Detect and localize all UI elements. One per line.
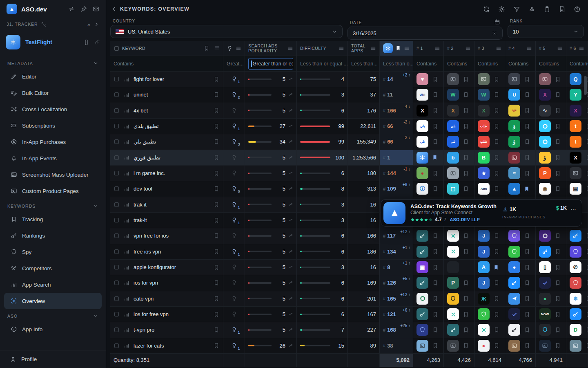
bookmark-icon[interactable] <box>555 280 561 286</box>
bookmark-icon[interactable] <box>585 139 588 145</box>
app-icon[interactable] <box>447 167 459 179</box>
col-rank-6[interactable]: # 6 <box>566 41 588 56</box>
app-rank-cell[interactable]: X <box>566 103 588 119</box>
bookmark-icon[interactable] <box>555 327 561 333</box>
row-checkbox[interactable] <box>114 92 120 98</box>
col-sap[interactable]: SEARCH ADS POPULARITY <box>245 41 297 56</box>
app-icon[interactable]: D <box>570 324 581 336</box>
app-icon[interactable] <box>508 324 520 336</box>
app-icon[interactable] <box>508 308 520 320</box>
bookmark-icon[interactable] <box>213 342 220 349</box>
bookmark-filled-icon[interactable] <box>395 45 401 52</box>
bookmark-icon[interactable] <box>555 233 561 239</box>
keyword-cell[interactable]: t-vpn pro <box>110 322 223 338</box>
filter-rank-4[interactable]: Contains <box>505 56 536 72</box>
app-rank-cell[interactable] <box>505 228 536 244</box>
app-rank-cell[interactable]: ● <box>505 260 536 275</box>
app-rank-cell[interactable]: VP <box>505 103 536 119</box>
app-icon[interactable] <box>416 340 428 352</box>
settings-icon[interactable] <box>498 6 505 13</box>
bookmark-icon[interactable] <box>463 342 469 349</box>
app-rank-cell[interactable] <box>413 150 444 166</box>
column-menu-icon[interactable] <box>557 45 563 51</box>
app-rank-cell[interactable]: J <box>474 228 505 244</box>
bookmark-icon[interactable] <box>524 327 530 333</box>
table-row[interactable]: تطبيق فوري51001,253,566#1bBؤX <box>110 150 588 166</box>
app-rank-cell[interactable]: B <box>474 150 505 166</box>
app-icon[interactable] <box>539 277 551 289</box>
app-icon[interactable]: ؤ <box>539 152 551 164</box>
bookmark-icon[interactable] <box>585 107 588 114</box>
bookmark-icon[interactable] <box>585 233 588 239</box>
bookmark-icon[interactable] <box>585 342 588 349</box>
app-rank-cell[interactable] <box>474 72 505 87</box>
bookmark-icon[interactable] <box>213 154 220 161</box>
bookmark-icon[interactable] <box>493 295 500 302</box>
bookmark-icon[interactable] <box>213 280 220 286</box>
row-checkbox[interactable] <box>114 296 120 302</box>
bulb-cell[interactable]: 1 <box>223 213 245 228</box>
app-rank-cell[interactable] <box>505 338 536 354</box>
app-icon[interactable]: ▤ <box>570 183 581 195</box>
app-icon[interactable]: Ж <box>478 293 490 305</box>
column-menu-icon[interactable] <box>496 45 501 51</box>
app-icon[interactable] <box>447 230 459 242</box>
app-icon[interactable]: NOW <box>539 308 551 320</box>
app-rank-cell[interactable] <box>413 291 444 307</box>
app-icon[interactable]: W <box>447 89 459 101</box>
sidebar-section-metadata[interactable]: METADATA <box>4 56 102 68</box>
app-rank-cell[interactable]: ♥ <box>413 72 444 87</box>
bookmark-icon[interactable] <box>213 123 220 130</box>
column-menu-icon[interactable] <box>579 45 584 51</box>
app-rank-cell[interactable]: ▤ <box>566 181 588 197</box>
app-rank-cell[interactable] <box>536 275 566 291</box>
app-icon[interactable] <box>539 230 551 242</box>
app-icon[interactable]: ∿ <box>539 105 551 117</box>
bookmark-icon[interactable] <box>432 123 439 130</box>
row-checkbox[interactable] <box>114 217 120 223</box>
app-rank-cell[interactable]: بلي <box>444 119 474 134</box>
bookmark-icon[interactable] <box>524 154 530 161</box>
app-rank-cell[interactable]: ▢ <box>444 181 474 197</box>
app-icon[interactable]: ✆ <box>570 261 581 273</box>
app-rank-cell[interactable]: بلي <box>444 134 474 150</box>
app-rank-cell[interactable]: طلب <box>474 134 505 150</box>
bookmark-icon[interactable] <box>555 170 561 177</box>
row-checkbox[interactable] <box>114 311 120 317</box>
suggestion-bulb-icon[interactable]: 1 <box>231 202 237 208</box>
app-icon[interactable] <box>447 324 459 336</box>
table-row[interactable]: تطبيق بلدي1279922,611#66-2 ↓بليبليطلبؤt <box>110 119 588 134</box>
app-icon[interactable]: P <box>539 167 551 179</box>
bookmark-icon[interactable] <box>524 123 530 130</box>
bookmark-icon[interactable] <box>585 170 588 177</box>
col-rank-1[interactable]: # 1 <box>413 41 444 56</box>
app-icon[interactable]: VP <box>508 105 520 117</box>
bookmark-icon[interactable] <box>463 154 469 161</box>
bookmark-icon[interactable] <box>432 139 439 145</box>
app-icon[interactable] <box>508 293 520 305</box>
app-rank-cell[interactable]: ✆ <box>566 260 588 275</box>
bookmark-icon[interactable] <box>493 342 500 349</box>
bookmark-icon[interactable] <box>432 327 439 333</box>
bookmark-icon[interactable] <box>463 186 469 192</box>
bookmark-icon[interactable] <box>493 107 500 114</box>
app-icon[interactable]: ≈ <box>508 167 520 179</box>
bulb-cell[interactable]: 1 <box>223 119 245 134</box>
clear-date-icon[interactable] <box>492 30 497 36</box>
app-rank-cell[interactable]: طلب <box>474 119 505 134</box>
app-rank-cell[interactable]: بلي <box>413 119 444 134</box>
sidebar-item-overview[interactable]: Overview <box>4 293 102 309</box>
bookmark-icon[interactable] <box>555 342 561 349</box>
app-rank-cell[interactable] <box>474 322 505 338</box>
help-icon[interactable] <box>574 6 581 13</box>
suggestion-bulb-icon[interactable]: 1 <box>231 343 237 349</box>
column-menu-icon[interactable] <box>214 45 220 52</box>
app-icon[interactable]: ● <box>508 261 520 273</box>
app-icon[interactable] <box>539 340 551 352</box>
bookmark-icon[interactable] <box>213 201 220 208</box>
bookmark-icon[interactable] <box>213 311 220 318</box>
bookmark-icon[interactable] <box>213 107 220 114</box>
app-rank-cell[interactable] <box>413 244 444 260</box>
sidebar-item-editor[interactable]: Editor <box>4 68 102 85</box>
keyword-stats-icon[interactable] <box>124 280 129 286</box>
